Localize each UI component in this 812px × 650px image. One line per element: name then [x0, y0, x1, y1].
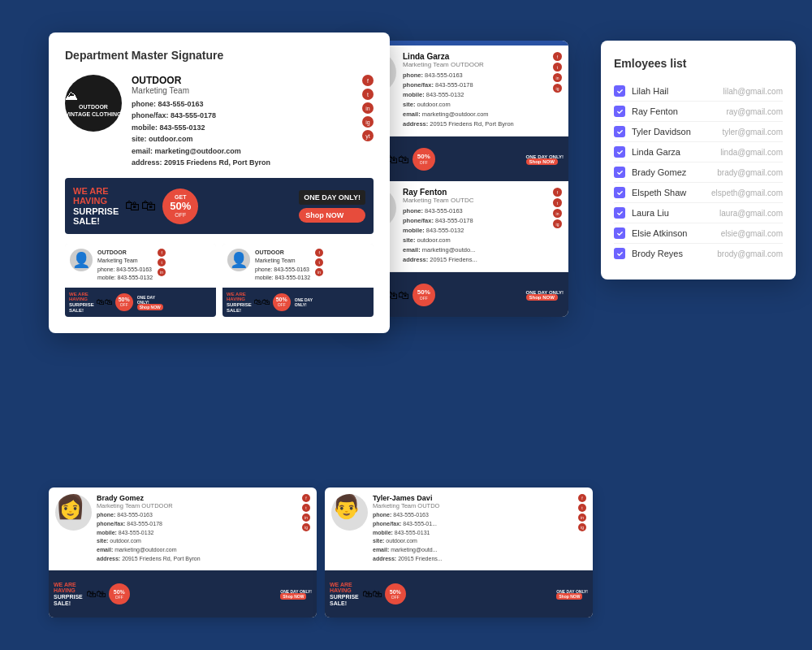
employee-row: Lilah Haillilah@gmail.com	[614, 81, 783, 102]
employee-email: brody@gmail.com	[717, 249, 783, 258]
tyler-banner: WE AREHAVINGSURPRISESALE! 🛍🛍 50% OFF ONE…	[325, 570, 593, 618]
tyler-header: 👨 Tyler-James Davi Marketing Team OUTDO …	[325, 488, 593, 570]
linda-tw-icon: t	[553, 63, 562, 72]
facebook-icon: f	[362, 75, 374, 86]
linda-shop: ONE DAY ONLY!Shop NOW	[526, 154, 564, 164]
mini-social-2: f t in	[315, 249, 323, 283]
brady-ig: ig	[302, 523, 310, 531]
brady-info: Brady Gomez Marketing Team OUTDOOR phone…	[97, 494, 297, 564]
sig-details: phone: 843-555-0163 phone/fax: 843-555-0…	[132, 98, 352, 168]
employee-name: Elspeth Shaw	[632, 188, 705, 197]
employee-email: laura@gmail.com	[719, 209, 783, 218]
linda-fb-icon: f	[553, 52, 562, 61]
employees-title: Emloyees list	[614, 57, 783, 70]
mini-shop: ONE DAYONLY!Shop NOW	[137, 295, 163, 310]
ray-tw-icon: t	[553, 198, 562, 207]
tyler-fb: f	[578, 494, 586, 502]
employee-row: Tyler Davidsontyler@gmail.com	[614, 122, 783, 142]
mini-in-icon: in	[158, 268, 166, 276]
check-icon[interactable]	[614, 146, 625, 158]
employee-name: Linda Garza	[632, 147, 714, 157]
employees-list: Lilah Haillilah@gmail.comRay Fentonray@g…	[614, 81, 783, 263]
brady-tw: t	[302, 504, 310, 512]
ray-info: Ray Fenton Marketing Team OUTDC phone: 8…	[403, 188, 546, 265]
mini-offer-circle: 50% OFF	[115, 293, 133, 311]
linda-name: Linda Garza	[403, 52, 546, 61]
ray-shop: ONE DAY ONLY!Shop NOW	[526, 290, 564, 300]
mini-fb-icon: f	[158, 249, 166, 257]
check-icon[interactable]	[614, 126, 625, 137]
mini-avatar-1: 👤	[70, 249, 93, 271]
mini-sig-text-1: OUTDOOR Marketing Team phone: 843-555-01…	[97, 249, 153, 283]
employee-email: elsie@gmail.com	[721, 229, 783, 238]
employees-panel: Emloyees list Lilah Haillilah@gmail.comR…	[601, 41, 796, 280]
check-icon[interactable]	[614, 187, 625, 198]
tyler-in: in	[578, 514, 586, 522]
team-name: Marketing Team	[132, 86, 352, 95]
employee-email: tyler@gmail.com	[722, 128, 783, 136]
bag-icon-1: 🛍	[125, 197, 140, 214]
mini-social-1: f t in	[158, 249, 166, 283]
ray-in-icon: in	[553, 209, 562, 218]
youtube-icon: yt	[362, 130, 374, 141]
tyler-tw: t	[578, 504, 586, 512]
employee-row: Linda Garzalinda@gmail.com	[614, 142, 783, 162]
employee-name: Lilah Hail	[632, 86, 716, 96]
shop-now-button[interactable]: Shop NOW	[299, 208, 365, 223]
banner-text: WE AREHAVINGSURPRISESALE!	[73, 186, 119, 225]
linda-details: phone: 843-555-0163 phone/fax: 843-555-0…	[403, 71, 546, 129]
social-icons: f t in ig yt	[362, 75, 374, 168]
company-name: OUTDOOR	[132, 75, 352, 86]
offer-circle: GET 50% OFF	[162, 188, 198, 224]
mini-bag-icon: 🛍🛍	[97, 297, 113, 306]
main-card: Department Master Signature ⛰ OUTDOORVIN…	[49, 32, 390, 333]
employee-name: Elsie Atkinson	[632, 228, 715, 238]
linda-info: Linda Garza Marketing Team OUTDOOR phone…	[403, 52, 546, 129]
instagram-icon: ig	[362, 116, 374, 128]
tyler-social: f t in ig	[578, 494, 586, 564]
brady-shop: ONE DAY ONLY!Shop NOW	[280, 589, 312, 599]
check-icon[interactable]	[614, 207, 625, 219]
mini-fb-icon-2: f	[315, 249, 323, 257]
brady-social: f t in ig	[302, 494, 310, 564]
ray-name: Ray Fenton	[403, 188, 546, 197]
employee-row: Elsie Atkinsonelsie@gmail.com	[614, 223, 783, 244]
linda-offer-circle: 50% OFF	[412, 148, 435, 171]
mini-sig-2: 👤 OUTDOOR Marketing Team phone: 843-555-…	[222, 244, 374, 317]
check-icon[interactable]	[614, 167, 625, 178]
employee-email: elspeth@gmail.com	[711, 188, 783, 197]
linda-in-icon: in	[553, 73, 562, 82]
mini-banner-1: WE AREHAVINGSURPRISESALE! 🛍🛍 50% OFF ONE…	[65, 288, 216, 317]
mini-bag-icon-2: 🛍🛍	[254, 297, 270, 306]
employee-email: brady@gmail.com	[717, 168, 783, 177]
linda-ig-icon: ig	[553, 84, 562, 93]
brady-gomez-card: 👩 Brady Gomez Marketing Team OUTDOOR pho…	[49, 488, 317, 618]
employee-row: Laura Liulaura@gmail.com	[614, 203, 783, 223]
mini-in-icon-2: in	[315, 268, 323, 276]
tyler-davis-card: 👨 Tyler-James Davi Marketing Team OUTDO …	[325, 488, 593, 618]
company-logo: ⛰ OUTDOORVINTAGE CLOTHING	[65, 75, 122, 132]
one-day-label: ONE DAY ONLY!	[299, 190, 365, 205]
employee-email: linda@gmail.com	[720, 148, 783, 157]
brady-banner: WE AREHAVINGSURPRISESALE! 🛍🛍 50% OFF ONE…	[49, 570, 317, 618]
check-icon[interactable]	[614, 228, 625, 239]
twitter-icon: t	[362, 89, 374, 100]
tyler-shop: ONE DAY ONLY!Shop NOW	[556, 589, 588, 599]
brady-role: Marketing Team OUTDOOR	[97, 502, 297, 509]
main-signature-block: ⛰ OUTDOORVINTAGE CLOTHING OUTDOOR Market…	[65, 75, 374, 168]
check-icon[interactable]	[614, 248, 625, 259]
ray-offer-circle: 50% OFF	[412, 284, 435, 306]
mini-shop-2: ONE DAYONLY!	[295, 297, 313, 307]
mini-tw-icon-2: t	[315, 258, 323, 266]
brady-circle: 50% OFF	[109, 583, 130, 604]
check-icon[interactable]	[614, 106, 625, 117]
employee-name: Tyler Davidson	[632, 127, 715, 136]
employee-email: lilah@gmail.com	[723, 87, 783, 96]
tyler-bag: 🛍🛍	[362, 588, 382, 600]
mini-sig-1: 👤 OUTDOOR Marketing Team phone: 843-555-…	[65, 244, 216, 317]
check-icon[interactable]	[614, 85, 625, 97]
mini-signatures: 👤 OUTDOOR Marketing Team phone: 843-555-…	[65, 244, 374, 317]
logo-text: OUTDOORVINTAGE CLOTHING	[65, 103, 121, 118]
tyler-avatar: 👨	[331, 494, 368, 531]
employee-name: Brady Gomez	[632, 167, 710, 177]
